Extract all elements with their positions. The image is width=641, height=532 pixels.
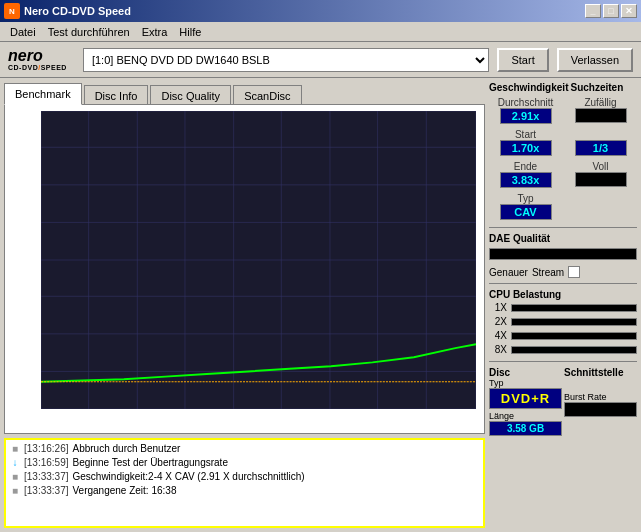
start-button[interactable]: Start — [497, 48, 548, 72]
disc-section: Disc Typ DVD+R Länge 3.58 GB — [489, 367, 562, 436]
durchschnitt-stat: Durchschnitt 2.91x — [489, 97, 562, 124]
cpu-2x-row: 2X — [489, 316, 637, 327]
log-entry-1: ■ [13:16:26] Abbruch durch Benutzer — [8, 442, 481, 456]
benchmark-chart: 16X 14X 12X 10X 8X 6X 4X 2X 20 16 12 8 4… — [41, 111, 476, 409]
tab-disc-info[interactable]: Disc Info — [84, 85, 149, 105]
tab-bar: Benchmark Disc Info Disc Quality ScanDis… — [4, 82, 485, 104]
menu-bar: Datei Test durchführen Extra Hilfe — [0, 22, 641, 42]
typ-stat: Typ CAV — [489, 193, 562, 220]
ende-stat: Ende 3.83x — [489, 161, 562, 188]
log-area: ■ [13:16:26] Abbruch durch Benutzer ↓ [1… — [4, 438, 485, 528]
log-icon-2: ↓ — [8, 456, 22, 470]
dae-bar — [489, 248, 637, 260]
right-panel: Geschwindigkeit Suchzeiten Durchschnitt … — [489, 82, 637, 528]
chart-container: 16X 14X 12X 10X 8X 6X 4X 2X 20 16 12 8 4… — [4, 104, 485, 434]
app-icon: N — [4, 3, 20, 19]
suchzeiten-header: Suchzeiten — [570, 82, 637, 93]
toolbar: nero CD-DVD/SPEED [1:0] BENQ DVD DD DW16… — [0, 42, 641, 78]
stream-checkbox[interactable] — [568, 266, 580, 278]
window-controls[interactable]: _ □ ✕ — [585, 4, 637, 18]
main-area: Benchmark Disc Info Disc Quality ScanDis… — [0, 78, 641, 532]
zufallig-stat: Zufällig — [564, 97, 637, 124]
cpu-8x-row: 8X — [489, 344, 637, 355]
log-icon-1: ■ — [8, 442, 22, 456]
tab-scan-disc[interactable]: ScanDisc — [233, 85, 301, 105]
typ-value: CAV — [500, 204, 552, 220]
start-value: 1.70x — [500, 140, 552, 156]
maximize-button[interactable]: □ — [603, 4, 619, 18]
burst-rate-value — [564, 402, 637, 417]
menu-hilfe[interactable]: Hilfe — [173, 24, 207, 40]
left-panel: Benchmark Disc Info Disc Quality ScanDis… — [4, 82, 485, 528]
minimize-button[interactable]: _ — [585, 4, 601, 18]
ende-value: 3.83x — [500, 172, 552, 188]
start-fraction-stat: 1/3 — [564, 129, 637, 156]
start-fraction-value: 1/3 — [575, 140, 627, 156]
zufallig-value — [575, 108, 627, 123]
cpu-4x-row: 4X — [489, 330, 637, 341]
voll-value — [575, 172, 627, 187]
disc-length-value: 3.58 GB — [489, 421, 562, 436]
title-bar: N Nero CD-DVD Speed _ □ ✕ — [0, 0, 641, 22]
log-icon-3: ■ — [8, 470, 22, 484]
close-button[interactable]: ✕ — [621, 4, 637, 18]
dae-header: DAE Qualität — [489, 233, 637, 244]
window-title: Nero CD-DVD Speed — [24, 5, 585, 17]
menu-extra[interactable]: Extra — [136, 24, 174, 40]
disc-type-badge: DVD+R — [489, 388, 562, 409]
logo: nero CD-DVD/SPEED — [8, 48, 67, 71]
drive-selector[interactable]: [1:0] BENQ DVD DD DW1640 BSLB — [83, 48, 490, 72]
log-icon-4: ■ — [8, 484, 22, 498]
tab-disc-quality[interactable]: Disc Quality — [150, 85, 231, 105]
durchschnitt-value: 2.91x — [500, 108, 552, 124]
cpu-1x-row: 1X — [489, 302, 637, 313]
schnittstelle-section: Schnittstelle Burst Rate — [564, 367, 637, 417]
genauer-stream-row: Genauer Stream — [489, 266, 637, 278]
log-entry-4: ■ [13:33:37] Vergangene Zeit: 16:38 — [8, 484, 481, 498]
menu-test[interactable]: Test durchführen — [42, 24, 136, 40]
voll-stat: Voll — [564, 161, 637, 188]
verlassen-button[interactable]: Verlassen — [557, 48, 633, 72]
tab-benchmark[interactable]: Benchmark — [4, 83, 82, 105]
log-entry-3: ■ [13:33:37] Geschwindigkeit:2-4 X CAV (… — [8, 470, 481, 484]
geschwindigkeit-header: Geschwindigkeit — [489, 82, 568, 93]
cpu-header: CPU Belastung — [489, 289, 637, 300]
start-stat: Start 1.70x — [489, 129, 562, 156]
menu-datei[interactable]: Datei — [4, 24, 42, 40]
log-entry-2: ↓ [13:16:59] Beginne Test der Übertragun… — [8, 456, 481, 470]
